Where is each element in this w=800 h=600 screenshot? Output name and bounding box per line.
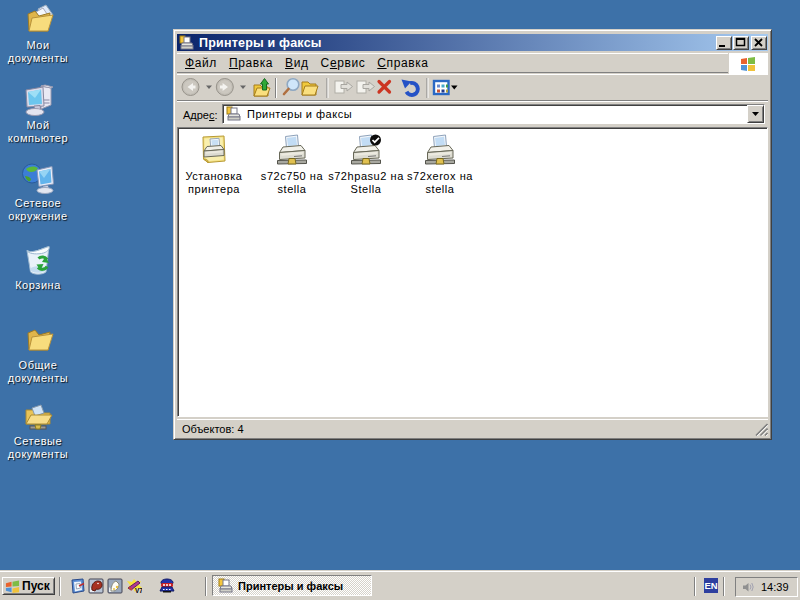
svg-text:V7: V7 [135, 587, 142, 594]
